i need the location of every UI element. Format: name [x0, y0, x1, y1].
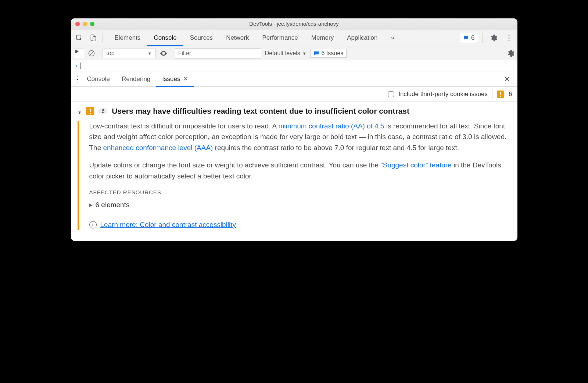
- issues-button[interactable]: 6: [460, 33, 478, 43]
- issue-item: ▼ 6 Users may have difficulties reading …: [71, 102, 517, 241]
- devtools-window: DevTools - jec.fyi/demo/cds-anchovy Elem…: [71, 18, 517, 241]
- link-suggest-color[interactable]: “Suggest color” feature: [380, 161, 451, 169]
- settings-icon[interactable]: [487, 32, 500, 44]
- inspect-icon[interactable]: [73, 32, 86, 44]
- link-aa-ratio[interactable]: minimum contrast ratio (AA) of 4.5: [279, 122, 384, 130]
- console-filter-bar: top▼ Default levels▼ 6 Issues: [71, 46, 517, 60]
- include-row: Include third-party cookie issues 6: [71, 87, 517, 102]
- close-drawer-icon[interactable]: ✕: [499, 75, 514, 84]
- drawer-menu-icon[interactable]: ⋮: [74, 75, 81, 84]
- tab-application[interactable]: Application: [340, 29, 384, 46]
- titlebar: DevTools - jec.fyi/demo/cds-anchovy: [71, 18, 517, 29]
- tab-sources[interactable]: Sources: [183, 29, 219, 46]
- issue-body: Low-contrast text is difficult or imposs…: [78, 121, 511, 230]
- drawer-tab-rendering[interactable]: Rendering: [116, 71, 156, 86]
- affected-elements-row[interactable]: ▶ 6 elements: [89, 199, 508, 210]
- chevron-right-icon: ▶: [89, 202, 93, 209]
- log-levels-select[interactable]: Default levels▼: [265, 50, 306, 57]
- tab-performance[interactable]: Performance: [255, 29, 304, 46]
- more-tabs-icon[interactable]: »: [384, 29, 401, 46]
- tab-console[interactable]: Console: [147, 29, 183, 46]
- warning-icon: [497, 91, 504, 98]
- tab-memory[interactable]: Memory: [305, 29, 340, 46]
- issues-count: 6: [471, 34, 474, 42]
- drawer-tab-issues[interactable]: Issues ✕: [156, 71, 194, 86]
- learn-more-icon: [89, 221, 97, 228]
- drawer-tab-console[interactable]: Console: [81, 71, 116, 86]
- drawer-tabbar: ⋮ Console Rendering Issues ✕ ✕: [71, 71, 517, 87]
- svg-rect-3: [75, 50, 76, 53]
- issue-title: Users may have difficulties reading text…: [112, 107, 409, 116]
- include-checkbox[interactable]: [388, 91, 394, 97]
- kebab-menu-icon[interactable]: ⋮: [503, 32, 515, 44]
- console-settings-icon[interactable]: [506, 49, 514, 57]
- execute-icon[interactable]: [74, 49, 84, 58]
- svg-line-5: [90, 52, 93, 55]
- console-prompt[interactable]: ›: [71, 60, 517, 71]
- live-expression-icon[interactable]: [159, 49, 168, 57]
- filter-input[interactable]: [175, 48, 261, 58]
- context-select[interactable]: top▼: [103, 49, 156, 58]
- issue-count-badge: 6: [98, 108, 107, 114]
- window-title: DevTools - jec.fyi/demo/cds-anchovy: [71, 21, 517, 27]
- issues-link[interactable]: 6 Issues: [310, 49, 347, 58]
- tab-elements[interactable]: Elements: [108, 29, 147, 46]
- tab-network[interactable]: Network: [219, 29, 255, 46]
- include-label: Include third-party cookie issues: [398, 91, 488, 98]
- main-toolbar: Elements Console Sources Network Perform…: [71, 29, 517, 46]
- link-aaa-level[interactable]: enhanced conformance level (AAA): [103, 144, 213, 152]
- main-tabs: Elements Console Sources Network Perform…: [108, 29, 401, 46]
- close-tab-icon[interactable]: ✕: [183, 75, 188, 83]
- svg-rect-2: [93, 36, 96, 41]
- affected-resources-label: AFFECTED RESOURCES: [89, 188, 508, 196]
- device-toggle-icon[interactable]: [87, 32, 100, 44]
- clear-console-icon[interactable]: [88, 50, 95, 57]
- learn-more-link[interactable]: Learn more: Color and contrast accessibi…: [100, 219, 236, 230]
- include-count: 6: [509, 91, 512, 98]
- issue-warning-icon: [86, 107, 94, 115]
- disclosure-triangle-icon[interactable]: ▼: [78, 110, 82, 115]
